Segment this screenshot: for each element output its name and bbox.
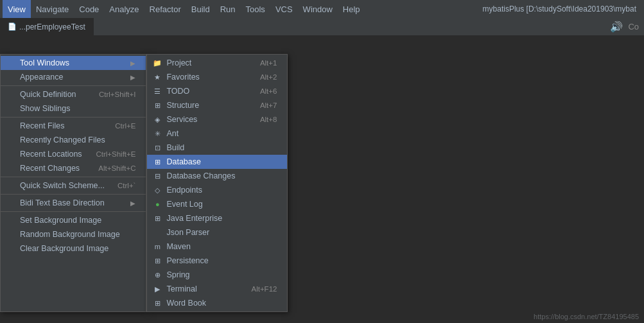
menu-quick-switch[interactable]: Quick Switch Scheme... Ctrl+` [1,179,146,193]
menu-refactor[interactable]: Refactor [144,0,186,18]
maven-icon: m [152,243,162,250]
submenu-endpoints[interactable]: ◇ Endpoints [147,183,287,197]
menu-code[interactable]: Code [74,0,104,18]
submenu-persistence[interactable]: ⊞ Persistence [147,254,287,268]
menu-set-background[interactable]: Set Background Image [1,213,146,227]
menu-clear-background[interactable]: Clear Background Image [1,241,146,256]
url-bar: https://blog.csdn.net/TZ84195485 [534,313,639,320]
menu-navigate[interactable]: Navigate [31,0,74,18]
tab-icon: 📄 [8,22,17,31]
ant-icon: ✳ [152,130,162,138]
favorites-icon: ★ [152,73,162,82]
menubar: View Navigate Code Analyze Refactor Buil… [0,0,644,18]
persistence-icon: ⊞ [152,257,162,265]
database-icon: ⊞ [152,158,162,166]
menu-recent-files[interactable]: Recent Files Ctrl+E [1,119,146,133]
services-icon: ◈ [152,116,162,124]
event-log-icon: ● [152,200,162,208]
submenu-favorites[interactable]: ★ Favorites Alt+2 [147,70,287,84]
view-menu-dropdown: Tool Windows ▶ Appearance ▶ Quick Defini… [0,54,146,312]
terminal-icon: ▶ [152,285,162,293]
submenu-services[interactable]: ◈ Services Alt+8 [147,112,287,127]
menu-build[interactable]: Build [186,0,215,18]
menu-run[interactable]: Run [215,0,241,18]
menu-recent-locations[interactable]: Recent Locations Ctrl+Shift+E [1,147,146,161]
appearance-arrow: ▶ [130,74,135,81]
menu-recent-changes[interactable]: Recent Changes Alt+Shift+C [1,161,146,175]
menu-view[interactable]: View [3,0,31,18]
word-book-icon: ⊞ [152,299,162,308]
submenu-project[interactable]: 📁 Project Alt+1 [147,56,287,70]
tool-windows-submenu: 📁 Project Alt+1 ★ Favorites Alt+2 ☰ TODO… [146,54,288,312]
submenu-maven[interactable]: m Maven [147,240,287,254]
submenu-ant[interactable]: ✳ Ant [147,127,287,141]
java-enterprise-icon: ⊞ [152,214,162,223]
submenu-event-log[interactable]: ● Event Log [147,197,287,211]
submenu-structure[interactable]: ⊞ Structure Alt+7 [147,98,287,112]
submenu-json-parser[interactable]: Json Parser [147,225,287,240]
submenu-database-changes[interactable]: ⊟ Database Changes [147,169,287,183]
spring-icon: ⊕ [152,271,162,279]
menu-help[interactable]: Help [338,0,365,18]
project-info: mybatisPlus [D:\studySoft\Idea201903\myb… [483,4,641,13]
submenu-terminal[interactable]: ▶ Terminal Alt+F12 [147,282,287,296]
submenu-java-enterprise[interactable]: ⊞ Java Enterprise [147,211,287,225]
todo-icon: ☰ [152,87,162,96]
db-changes-icon: ⊟ [152,172,162,180]
menu-recently-changed[interactable]: Recently Changed Files [1,133,146,147]
menu-tool-windows[interactable]: Tool Windows ▶ [1,56,146,70]
submenu-spring[interactable]: ⊕ Spring [147,268,287,282]
menu-analyze[interactable]: Analyze [104,0,144,18]
submenu-todo[interactable]: ☰ TODO Alt+6 [147,84,287,98]
tabbar: 📄 ...perEmployeeTest 🔊 Co [0,18,644,36]
menu-random-background[interactable]: Random Background Image [1,227,146,241]
build-icon: ⊡ [152,144,162,152]
menu-quick-definition[interactable]: Quick Definition Ctrl+Shift+I [1,87,146,101]
submenu-word-book[interactable]: ⊞ Word Book [147,296,287,310]
debug-icon: Co [628,22,639,31]
dropdown-container: Tool Windows ▶ Appearance ▶ Quick Defini… [0,54,288,312]
submenu-build[interactable]: ⊡ Build [147,141,287,155]
submenu-database[interactable]: ⊞ Database [147,155,287,169]
separator-2 [1,117,146,118]
separator-4 [1,194,146,195]
separator-5 [1,211,146,212]
menu-window[interactable]: Window [298,0,338,18]
tab-employee-test[interactable]: 📄 ...perEmployeeTest [0,18,94,36]
menu-show-siblings[interactable]: Show Siblings [1,101,146,116]
separator-1 [1,85,146,86]
menu-bidi-text[interactable]: Bidi Text Base Direction ▶ [1,196,146,210]
menu-vcs[interactable]: VCS [270,0,298,18]
bidi-arrow: ▶ [130,200,135,207]
structure-icon: ⊞ [152,101,162,110]
separator-3 [1,177,146,177]
submenu-arrow: ▶ [130,60,135,67]
menu-tools[interactable]: Tools [241,0,270,18]
content-area: Search Everywhere Double Shift Project V… [0,36,644,323]
menu-appearance[interactable]: Appearance ▶ [1,70,146,84]
endpoints-icon: ◇ [152,186,162,195]
speaker-icon: 🔊 [610,21,623,33]
project-icon: 📁 [152,59,162,67]
